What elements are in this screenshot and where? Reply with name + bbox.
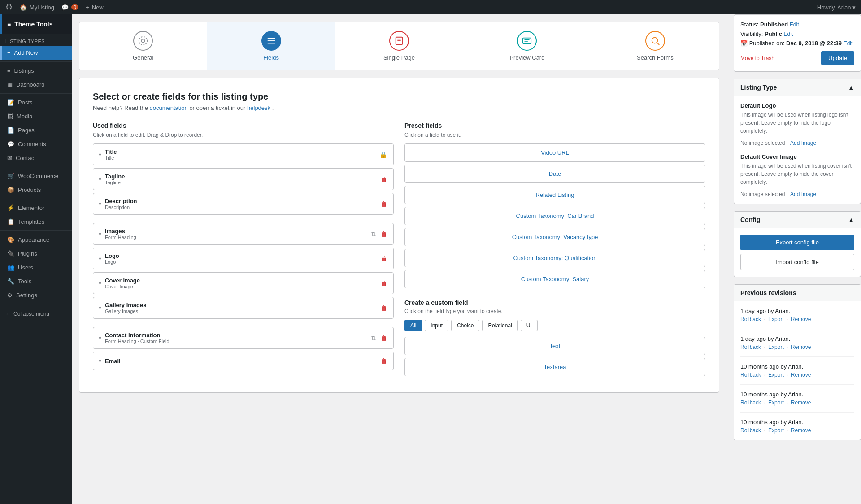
field-item-tagline[interactable]: ▾ Tagline Tagline 🗑 xyxy=(93,168,394,190)
delete-icon[interactable]: 🗑 xyxy=(380,356,388,365)
export-config-button[interactable]: Export config file xyxy=(740,235,854,250)
sidebar-item-products[interactable]: 📦 Products xyxy=(0,183,72,197)
sidebar-item-appearance[interactable]: 🎨 Appearance xyxy=(0,233,72,247)
delete-icon[interactable]: 🗑 xyxy=(380,304,388,313)
sidebar-item-elementor[interactable]: ⚡ Elementor xyxy=(0,201,72,215)
sidebar-brand[interactable]: ≡ Theme Tools xyxy=(0,14,72,34)
sidebar-item-posts[interactable]: 📝 Posts xyxy=(0,96,72,109)
move-icon[interactable]: ⇅ xyxy=(370,334,377,343)
export-link-1[interactable]: Export xyxy=(768,344,784,350)
field-cover-info: Cover Image Cover Image xyxy=(105,277,376,289)
remove-link-1[interactable]: Remove xyxy=(791,344,811,350)
sidebar-item-dashboard[interactable]: ▦ Dashboard xyxy=(0,78,72,91)
export-link-2[interactable]: Export xyxy=(768,372,784,378)
sidebar-item-tools[interactable]: 🔧 Tools xyxy=(0,274,72,288)
preset-field-car-brand[interactable]: Custom Taxonomy: Car Brand xyxy=(404,207,705,225)
preset-field-related-listing[interactable]: Related Listing xyxy=(404,186,705,204)
export-link-4[interactable]: Export xyxy=(768,427,784,434)
collapse-menu-button[interactable]: ← Collapse menu xyxy=(0,306,72,322)
rollback-link-0[interactable]: Rollback xyxy=(740,316,761,322)
revision-item-4: 10 months ago by Arian. Rollback · Expor… xyxy=(740,419,854,434)
rollback-link-3[interactable]: Rollback xyxy=(740,400,761,406)
field-item-images[interactable]: ▾ Images Form Heading ⇅ 🗑 xyxy=(93,223,394,245)
filter-tab-choice[interactable]: Choice xyxy=(451,320,479,331)
delete-icon[interactable]: 🗑 xyxy=(380,200,388,209)
status-edit-link[interactable]: Edit xyxy=(790,22,799,28)
remove-link-3[interactable]: Remove xyxy=(791,400,811,406)
revision-actions-4: Rollback · Export · Remove xyxy=(740,427,854,434)
tab-single-page[interactable]: Single Page xyxy=(335,22,463,70)
remove-link-0[interactable]: Remove xyxy=(791,316,811,322)
config-header[interactable]: Config ▲ xyxy=(734,212,861,228)
sidebar-item-settings[interactable]: ⚙ Settings xyxy=(0,288,72,302)
delete-icon[interactable]: 🗑 xyxy=(380,230,388,239)
adminbar-new[interactable]: + New xyxy=(86,4,104,11)
sidebar-item-plugins[interactable]: 🔌 Plugins xyxy=(0,247,72,261)
field-item-gallery-images[interactable]: ▾ Gallery Images Gallery Images 🗑 xyxy=(93,297,394,319)
remove-link-4[interactable]: Remove xyxy=(791,427,811,434)
default-cover-add-image[interactable]: Add Image xyxy=(790,191,816,197)
import-config-button[interactable]: Import config file xyxy=(740,254,854,270)
filter-tab-all[interactable]: All xyxy=(404,320,422,331)
sidebar-item-add-new[interactable]: + Add New xyxy=(0,46,72,60)
sidebar-item-templates[interactable]: 📋 Templates xyxy=(0,215,72,229)
adminbar-mylisting[interactable]: 🏠 MyListing xyxy=(20,4,54,11)
custom-type-textarea[interactable]: Textarea xyxy=(404,358,705,376)
tab-preview-card[interactable]: Preview Card xyxy=(463,22,591,70)
wp-logo[interactable]: ⚙ xyxy=(5,2,13,12)
visibility-edit-link[interactable]: Edit xyxy=(784,31,793,37)
delete-icon[interactable]: 🗑 xyxy=(380,254,388,263)
preset-field-vacancy-type[interactable]: Custom Taxonomy: Vacancy type xyxy=(404,228,705,246)
lock-icon[interactable]: 🔒 xyxy=(378,150,388,159)
delete-icon[interactable]: 🗑 xyxy=(380,334,388,343)
adminbar-comments[interactable]: 💬 0 xyxy=(61,4,78,11)
update-button[interactable]: Update xyxy=(821,51,854,65)
sidebar-item-pages[interactable]: 📄 Pages xyxy=(0,123,72,137)
field-item-title[interactable]: ▾ Title Title 🔒 xyxy=(93,143,394,165)
sidebar-item-woocommerce[interactable]: 🛒 WooCommerce xyxy=(0,169,72,183)
export-link-0[interactable]: Export xyxy=(768,316,784,322)
filter-tab-relational[interactable]: Relational xyxy=(482,320,517,331)
listing-type-header[interactable]: Listing Type ▲ xyxy=(734,79,861,96)
sidebar-item-comments[interactable]: 💬 Comments xyxy=(0,137,72,151)
revisions-header[interactable]: Previous revisions xyxy=(734,285,861,301)
move-icon[interactable]: ⇅ xyxy=(370,230,377,239)
used-fields-heading: Used fields xyxy=(93,122,394,129)
chevron-down-icon: ▾ xyxy=(99,305,101,311)
trash-link[interactable]: Move to Trash xyxy=(740,55,774,61)
preset-field-date[interactable]: Date xyxy=(404,165,705,183)
tab-fields[interactable]: Fields xyxy=(207,22,335,70)
filter-tab-input[interactable]: Input xyxy=(425,320,448,331)
preset-field-qualification[interactable]: Custom Taxonomy: Qualification xyxy=(404,249,705,267)
delete-icon[interactable]: 🗑 xyxy=(380,279,388,288)
listing-type-body: Default Logo This image will be used whe… xyxy=(734,96,861,204)
preset-field-salary[interactable]: Custom Taxonomy: Salary xyxy=(404,270,705,288)
sidebar-item-listings[interactable]: ≡ Listings xyxy=(0,64,72,78)
field-item-logo[interactable]: ▾ Logo Logo 🗑 xyxy=(93,248,394,269)
helpdesk-link[interactable]: helpdesk xyxy=(247,104,270,111)
adminbar-user[interactable]: Howdy, Arian ▾ xyxy=(817,4,856,11)
preset-field-video-url[interactable]: Video URL xyxy=(404,143,705,162)
tab-search-forms[interactable]: Search Forms xyxy=(591,22,719,70)
rollback-link-1[interactable]: Rollback xyxy=(740,344,761,350)
export-link-3[interactable]: Export xyxy=(768,400,784,406)
field-item-email[interactable]: ▾ Email 🗑 xyxy=(93,352,394,370)
rollback-link-4[interactable]: Rollback xyxy=(740,427,761,434)
sidebar-item-users[interactable]: 👥 Users xyxy=(0,261,72,274)
default-logo-add-image[interactable]: Add Image xyxy=(790,140,816,146)
posts-icon: 📝 xyxy=(7,99,14,106)
sidebar-item-contact[interactable]: ✉ Contact xyxy=(0,151,72,165)
rollback-link-2[interactable]: Rollback xyxy=(740,372,761,378)
filter-tab-ui[interactable]: UI xyxy=(521,320,538,331)
remove-link-2[interactable]: Remove xyxy=(791,372,811,378)
custom-type-text[interactable]: Text xyxy=(404,337,705,355)
sidebar-item-media[interactable]: 🖼 Media xyxy=(0,109,72,123)
delete-icon[interactable]: 🗑 xyxy=(380,175,388,184)
tab-general-icon xyxy=(133,31,153,51)
tab-general[interactable]: General xyxy=(79,22,207,70)
field-item-contact-information[interactable]: ▾ Contact Information Form Heading · Cus… xyxy=(93,327,394,349)
documentation-link[interactable]: documentation xyxy=(149,104,187,111)
published-edit-link[interactable]: Edit xyxy=(844,40,853,47)
field-item-cover-image[interactable]: ▾ Cover Image Cover Image 🗑 xyxy=(93,272,394,294)
field-item-description[interactable]: ▾ Description Description 🗑 xyxy=(93,193,394,215)
